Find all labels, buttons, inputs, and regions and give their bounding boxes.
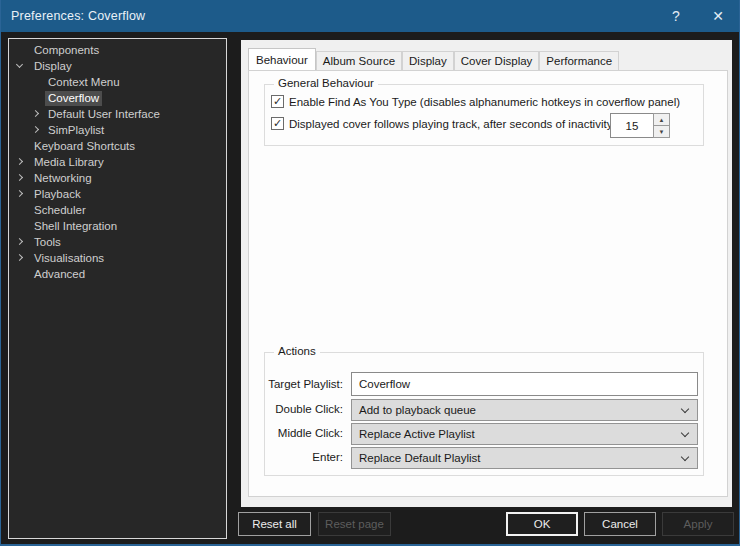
tree-item-label: Default User Interface	[48, 107, 160, 122]
tab-performance[interactable]: Performance	[539, 51, 619, 71]
double-click-value: Add to playback queue	[359, 404, 476, 416]
tree-item-scheduler[interactable]: Scheduler	[9, 202, 226, 218]
reset-all-button[interactable]: Reset all	[238, 512, 311, 536]
tree-item-label: Display	[34, 59, 72, 74]
enter-value: Replace Default Playlist	[359, 452, 480, 464]
chevron-down-icon[interactable]	[16, 61, 23, 68]
tree-item-label: Components	[34, 43, 99, 58]
chevron-right-icon[interactable]	[16, 190, 23, 197]
chevron-right-icon[interactable]	[16, 238, 23, 245]
double-click-select[interactable]: Add to playback queue	[351, 399, 698, 421]
tree-item-visualisations[interactable]: Visualisations	[9, 250, 226, 266]
help-button[interactable]: ?	[655, 0, 697, 32]
tree-item-label: Media Library	[34, 155, 104, 170]
chevron-right-icon[interactable]	[32, 110, 39, 117]
reset-page-button: Reset page	[318, 512, 391, 536]
group-legend: General Behaviour	[274, 77, 378, 89]
titlebar[interactable]: Preferences: Coverflow ? ✕	[1, 0, 739, 32]
arrow-up-icon: ▲	[659, 117, 665, 123]
find-as-you-type-label: Enable Find As You Type (disables alphan…	[289, 95, 680, 109]
tree-item-label: Keyboard Shortcuts	[34, 139, 135, 154]
middle-click-label: Middle Click:	[265, 427, 343, 439]
tab-display[interactable]: Display	[402, 51, 454, 71]
tab-album-source[interactable]: Album Source	[316, 51, 402, 71]
checkmark-icon: ✓	[273, 96, 282, 107]
follow-playing-checkbox[interactable]: ✓	[271, 117, 284, 130]
tab-page-behaviour: General Behaviour ✓ Enable Find As You T…	[248, 70, 728, 497]
window-title: Preferences: Coverflow	[1, 9, 145, 23]
enter-label: Enter:	[265, 451, 343, 463]
chevron-right-icon[interactable]	[16, 254, 23, 261]
tab-behaviour[interactable]: Behaviour	[248, 48, 316, 71]
chevron-right-icon[interactable]	[16, 174, 23, 181]
inactivity-seconds-value[interactable]: 15	[610, 113, 654, 138]
ok-button[interactable]: OK	[506, 512, 578, 536]
target-playlist-label: Target Playlist:	[265, 378, 343, 390]
chevron-right-icon[interactable]	[32, 126, 39, 133]
target-playlist-input[interactable]	[351, 372, 698, 396]
tree-item-media-library[interactable]: Media Library	[9, 154, 226, 170]
tree-item-label: Playback	[34, 187, 81, 202]
chevron-down-icon	[681, 405, 689, 413]
help-icon: ?	[672, 8, 680, 24]
apply-button: Apply	[662, 512, 734, 536]
enter-select[interactable]: Replace Default Playlist	[351, 447, 698, 469]
find-as-you-type-checkbox[interactable]: ✓	[271, 95, 284, 108]
tree-item-simplaylist[interactable]: SimPlaylist	[9, 122, 226, 138]
chevron-right-icon[interactable]	[16, 158, 23, 165]
inactivity-seconds-stepper: 15 ▲ ▼	[610, 113, 670, 138]
tree-item-keyboard-shortcuts[interactable]: Keyboard Shortcuts	[9, 138, 226, 154]
tree-item-coverflow[interactable]: Coverflow	[9, 90, 226, 106]
tab-bar: Behaviour Album Source Display Cover Dis…	[248, 46, 619, 71]
close-icon: ✕	[712, 8, 724, 24]
middle-click-value: Replace Active Playlist	[359, 428, 475, 440]
tree-item-label: Tools	[34, 235, 61, 250]
tree-item-playback[interactable]: Playback	[9, 186, 226, 202]
checkmark-icon: ✓	[273, 118, 282, 129]
spin-down-button[interactable]: ▼	[653, 125, 670, 138]
tree-item-default-user-interface[interactable]: Default User Interface	[9, 106, 226, 122]
tree-item-shell-integration[interactable]: Shell Integration	[9, 218, 226, 234]
tab-cover-display[interactable]: Cover Display	[454, 51, 540, 71]
general-behaviour-group: General Behaviour ✓ Enable Find As You T…	[264, 84, 704, 146]
spinner-buttons: ▲ ▼	[653, 113, 670, 138]
tree-item-label: Visualisations	[34, 251, 104, 266]
actions-group: Actions Target Playlist: Double Click: A…	[264, 352, 704, 476]
preferences-page: Behaviour Album Source Display Cover Dis…	[241, 40, 732, 507]
cancel-button[interactable]: Cancel	[584, 512, 656, 536]
middle-click-select[interactable]: Replace Active Playlist	[351, 423, 698, 445]
chevron-down-icon	[681, 453, 689, 461]
close-button[interactable]: ✕	[697, 0, 739, 32]
tree-item-label: Scheduler	[34, 203, 86, 218]
tree-item-label-selected: Coverflow	[45, 91, 102, 106]
follow-playing-label: Displayed cover follows playing track, a…	[289, 117, 616, 131]
tree-item-label: Advanced	[34, 267, 85, 282]
double-click-label: Double Click:	[265, 403, 343, 415]
group-legend: Actions	[274, 345, 320, 357]
tree-item-context-menu[interactable]: Context Menu	[9, 74, 226, 90]
tree-item-label: Context Menu	[48, 75, 120, 90]
tree-item-label: SimPlaylist	[48, 123, 104, 138]
preferences-dialog: Preferences: Coverflow ? ✕ Components Di…	[0, 0, 740, 546]
tree-item-networking[interactable]: Networking	[9, 170, 226, 186]
tree-item-display[interactable]: Display	[9, 58, 226, 74]
tree-item-advanced[interactable]: Advanced	[9, 266, 226, 282]
find-as-you-type-row: ✓ Enable Find As You Type (disables alph…	[265, 95, 703, 110]
arrow-down-icon: ▼	[659, 129, 665, 135]
tree-item-tools[interactable]: Tools	[9, 234, 226, 250]
chevron-down-icon	[681, 429, 689, 437]
tree-item-label: Shell Integration	[34, 219, 117, 234]
tree-item-label: Networking	[34, 171, 92, 186]
preferences-tree: Components Display Context Menu Coverflo…	[8, 38, 227, 539]
tree-item-components[interactable]: Components	[9, 42, 226, 58]
